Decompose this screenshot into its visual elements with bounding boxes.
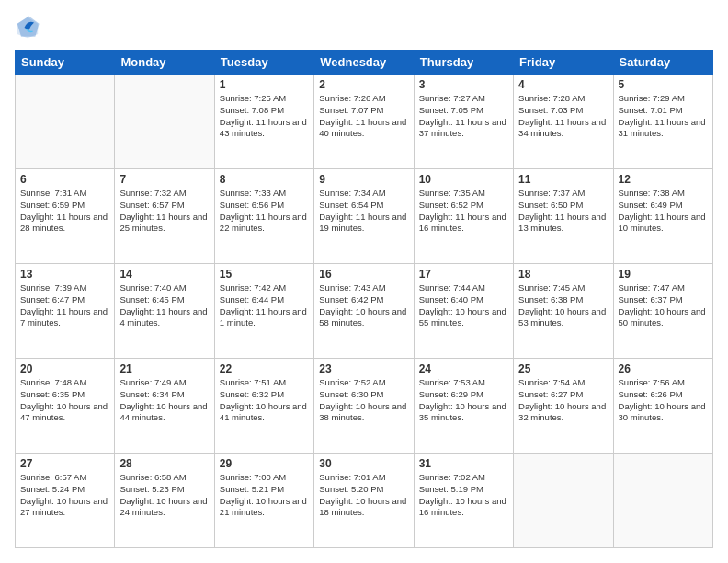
day-number: 1 [220, 78, 309, 91]
calendar-cell: 18Sunrise: 7:45 AMSunset: 6:38 PMDayligh… [514, 264, 613, 359]
calendar-cell: 30Sunrise: 7:01 AMSunset: 5:20 PMDayligh… [314, 454, 414, 548]
day-number: 27 [20, 457, 109, 470]
calendar-cell: 25Sunrise: 7:54 AMSunset: 6:27 PMDayligh… [514, 359, 613, 454]
cell-content: Sunrise: 7:54 AMSunset: 6:27 PMDaylight:… [518, 377, 608, 424]
cell-content: Sunrise: 7:47 AMSunset: 6:37 PMDaylight:… [619, 282, 708, 329]
cell-content: Sunrise: 7:48 AMSunset: 6:35 PMDaylight:… [20, 377, 109, 424]
day-number: 30 [319, 457, 408, 470]
calendar-cell: 28Sunrise: 6:58 AMSunset: 5:23 PMDayligh… [115, 454, 214, 548]
cell-content: Sunrise: 7:42 AMSunset: 6:44 PMDaylight:… [220, 282, 309, 329]
cell-content: Sunrise: 7:29 AMSunset: 7:01 PMDaylight:… [619, 93, 708, 140]
cell-content: Sunrise: 7:01 AMSunset: 5:20 PMDaylight:… [319, 472, 408, 519]
col-header-saturday: Saturday [613, 51, 712, 75]
cell-content: Sunrise: 7:45 AMSunset: 6:38 PMDaylight:… [518, 282, 608, 329]
cell-content: Sunrise: 7:49 AMSunset: 6:34 PMDaylight:… [119, 377, 209, 424]
col-header-tuesday: Tuesday [214, 51, 313, 75]
calendar-cell: 2Sunrise: 7:26 AMSunset: 7:07 PMDaylight… [314, 75, 414, 169]
calendar-cell: 20Sunrise: 7:48 AMSunset: 6:35 PMDayligh… [16, 359, 115, 454]
cell-content: Sunrise: 7:37 AMSunset: 6:50 PMDaylight:… [518, 188, 608, 235]
calendar-week-3: 20Sunrise: 7:48 AMSunset: 6:35 PMDayligh… [16, 359, 713, 454]
calendar-cell: 8Sunrise: 7:33 AMSunset: 6:56 PMDaylight… [214, 169, 313, 264]
calendar-cell [16, 75, 115, 169]
cell-content: Sunrise: 7:40 AMSunset: 6:45 PMDaylight:… [119, 282, 209, 329]
day-number: 23 [319, 362, 408, 375]
calendar-cell: 24Sunrise: 7:53 AMSunset: 6:29 PMDayligh… [414, 359, 513, 454]
calendar-cell: 10Sunrise: 7:35 AMSunset: 6:52 PMDayligh… [414, 169, 513, 264]
day-number: 8 [220, 173, 309, 186]
calendar-cell: 27Sunrise: 6:57 AMSunset: 5:24 PMDayligh… [16, 454, 115, 548]
day-number: 7 [119, 173, 209, 186]
day-number: 13 [20, 268, 109, 281]
calendar-cell: 4Sunrise: 7:28 AMSunset: 7:03 PMDaylight… [514, 75, 613, 169]
calendar-cell [613, 454, 712, 548]
day-number: 6 [20, 173, 109, 186]
day-number: 28 [119, 457, 209, 470]
day-number: 18 [518, 268, 608, 281]
logo [15, 15, 44, 40]
calendar-cell: 21Sunrise: 7:49 AMSunset: 6:34 PMDayligh… [115, 359, 214, 454]
logo-icon [15, 15, 40, 40]
cell-content: Sunrise: 7:31 AMSunset: 6:59 PMDaylight:… [20, 188, 109, 235]
cell-content: Sunrise: 7:32 AMSunset: 6:57 PMDaylight:… [119, 188, 209, 235]
calendar-cell: 1Sunrise: 7:25 AMSunset: 7:08 PMDaylight… [214, 75, 313, 169]
cell-content: Sunrise: 7:25 AMSunset: 7:08 PMDaylight:… [220, 93, 309, 140]
day-number: 15 [220, 268, 309, 281]
calendar-cell: 13Sunrise: 7:39 AMSunset: 6:47 PMDayligh… [16, 264, 115, 359]
day-number: 19 [619, 268, 708, 281]
cell-content: Sunrise: 7:33 AMSunset: 6:56 PMDaylight:… [220, 188, 309, 235]
cell-content: Sunrise: 7:43 AMSunset: 6:42 PMDaylight:… [319, 282, 408, 329]
calendar-cell: 3Sunrise: 7:27 AMSunset: 7:05 PMDaylight… [414, 75, 513, 169]
day-number: 16 [319, 268, 408, 281]
cell-content: Sunrise: 7:00 AMSunset: 5:21 PMDaylight:… [220, 472, 309, 519]
page: SundayMondayTuesdayWednesdayThursdayFrid… [0, 0, 728, 563]
cell-content: Sunrise: 7:27 AMSunset: 7:05 PMDaylight:… [419, 93, 508, 140]
calendar-cell: 29Sunrise: 7:00 AMSunset: 5:21 PMDayligh… [214, 454, 313, 548]
calendar-cell: 26Sunrise: 7:56 AMSunset: 6:26 PMDayligh… [613, 359, 712, 454]
day-number: 22 [220, 362, 309, 375]
day-number: 26 [619, 362, 708, 375]
cell-content: Sunrise: 7:28 AMSunset: 7:03 PMDaylight:… [518, 93, 608, 140]
header [15, 15, 713, 40]
day-number: 14 [119, 268, 209, 281]
calendar-cell [115, 75, 214, 169]
day-number: 21 [119, 362, 209, 375]
day-number: 20 [20, 362, 109, 375]
cell-content: Sunrise: 7:51 AMSunset: 6:32 PMDaylight:… [220, 377, 309, 424]
cell-content: Sunrise: 7:52 AMSunset: 6:30 PMDaylight:… [319, 377, 408, 424]
day-number: 9 [319, 173, 408, 186]
calendar-cell: 23Sunrise: 7:52 AMSunset: 6:30 PMDayligh… [314, 359, 414, 454]
calendar-week-1: 6Sunrise: 7:31 AMSunset: 6:59 PMDaylight… [16, 169, 713, 264]
col-header-sunday: Sunday [16, 51, 115, 75]
col-header-friday: Friday [514, 51, 613, 75]
cell-content: Sunrise: 7:38 AMSunset: 6:49 PMDaylight:… [619, 188, 708, 235]
day-number: 10 [419, 173, 508, 186]
day-number: 12 [619, 173, 708, 186]
calendar-table: SundayMondayTuesdayWednesdayThursdayFrid… [15, 50, 713, 548]
cell-content: Sunrise: 7:53 AMSunset: 6:29 PMDaylight:… [419, 377, 508, 424]
cell-content: Sunrise: 6:57 AMSunset: 5:24 PMDaylight:… [20, 472, 109, 519]
calendar-cell: 9Sunrise: 7:34 AMSunset: 6:54 PMDaylight… [314, 169, 414, 264]
day-number: 2 [319, 78, 408, 91]
cell-content: Sunrise: 7:56 AMSunset: 6:26 PMDaylight:… [619, 377, 708, 424]
calendar-cell [514, 454, 613, 548]
calendar-cell: 17Sunrise: 7:44 AMSunset: 6:40 PMDayligh… [414, 264, 513, 359]
cell-content: Sunrise: 6:58 AMSunset: 5:23 PMDaylight:… [119, 472, 209, 519]
calendar-cell: 31Sunrise: 7:02 AMSunset: 5:19 PMDayligh… [414, 454, 513, 548]
col-header-monday: Monday [115, 51, 214, 75]
day-number: 17 [419, 268, 508, 281]
cell-content: Sunrise: 7:34 AMSunset: 6:54 PMDaylight:… [319, 188, 408, 235]
calendar-cell: 11Sunrise: 7:37 AMSunset: 6:50 PMDayligh… [514, 169, 613, 264]
day-number: 31 [419, 457, 508, 470]
day-number: 5 [619, 78, 708, 91]
calendar-week-0: 1Sunrise: 7:25 AMSunset: 7:08 PMDaylight… [16, 75, 713, 169]
calendar-header-row: SundayMondayTuesdayWednesdayThursdayFrid… [16, 51, 713, 75]
day-number: 4 [518, 78, 608, 91]
calendar-cell: 5Sunrise: 7:29 AMSunset: 7:01 PMDaylight… [613, 75, 712, 169]
calendar-cell: 16Sunrise: 7:43 AMSunset: 6:42 PMDayligh… [314, 264, 414, 359]
col-header-wednesday: Wednesday [314, 51, 414, 75]
calendar-cell: 6Sunrise: 7:31 AMSunset: 6:59 PMDaylight… [16, 169, 115, 264]
col-header-thursday: Thursday [414, 51, 513, 75]
calendar-cell: 14Sunrise: 7:40 AMSunset: 6:45 PMDayligh… [115, 264, 214, 359]
calendar-cell: 19Sunrise: 7:47 AMSunset: 6:37 PMDayligh… [613, 264, 712, 359]
cell-content: Sunrise: 7:35 AMSunset: 6:52 PMDaylight:… [419, 188, 508, 235]
